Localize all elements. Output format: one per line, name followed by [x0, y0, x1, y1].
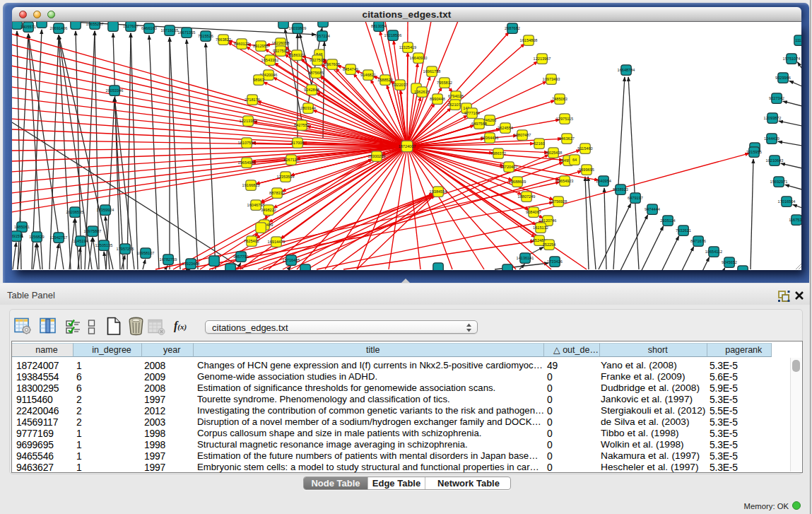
svg-text:8471676: 8471676	[690, 239, 706, 243]
svg-text:2718176: 2718176	[245, 98, 260, 102]
svg-text:12942757: 12942757	[50, 235, 68, 240]
svg-text:39159: 39159	[12, 234, 22, 238]
svg-text:10807487: 10807487	[514, 133, 531, 137]
svg-text:1112: 1112	[795, 38, 801, 42]
svg-text:9242848: 9242848	[304, 88, 319, 92]
svg-text:5322037: 5322037	[392, 83, 408, 87]
svg-text:1733426: 1733426	[547, 259, 563, 264]
svg-text:252254: 252254	[543, 243, 556, 247]
svg-text:16640910: 16640910	[410, 56, 428, 60]
svg-text:20206535: 20206535	[66, 210, 84, 214]
svg-text:1167533: 1167533	[789, 218, 801, 222]
svg-text:19218506: 19218506	[384, 33, 402, 37]
svg-text:16671355: 16671355	[178, 30, 196, 35]
svg-text:18724007: 18724007	[399, 144, 416, 148]
svg-text:2935114: 2935114	[660, 218, 675, 223]
svg-text:8427552: 8427552	[294, 123, 310, 127]
svg-text:9777169: 9777169	[464, 111, 480, 115]
svg-text:6497568: 6497568	[471, 122, 487, 126]
svg-text:1588520: 1588520	[377, 78, 393, 82]
svg-text:19166825: 19166825	[242, 183, 260, 187]
svg-text:10973493: 10973493	[543, 77, 560, 81]
svg-text:10688609: 10688609	[509, 180, 526, 184]
svg-text:16782759: 16782759	[160, 257, 177, 262]
svg-text:16046798: 16046798	[247, 203, 265, 207]
svg-text:1145194: 1145194	[73, 239, 88, 243]
svg-text:1485061: 1485061	[14, 225, 30, 229]
svg-text:15720407: 15720407	[500, 165, 518, 169]
svg-text:9463627: 9463627	[559, 136, 575, 141]
svg-text:9115460: 9115460	[577, 146, 592, 151]
svg-text:14136141: 14136141	[517, 256, 534, 260]
svg-text:9474444: 9474444	[645, 207, 660, 211]
svg-text:10719155: 10719155	[161, 28, 179, 33]
svg-text:8878332: 8878332	[269, 191, 285, 195]
svg-text:5875685: 5875685	[308, 71, 324, 75]
svg-text:7357224: 7357224	[314, 34, 330, 38]
svg-text:12213389: 12213389	[240, 119, 257, 123]
svg-text:19384554: 19384554	[430, 189, 447, 194]
svg-text:417006: 417006	[291, 141, 305, 145]
svg-text:17957255: 17957255	[117, 247, 134, 251]
svg-text:20053346: 20053346	[106, 88, 124, 93]
svg-text:9327500: 9327500	[273, 49, 288, 53]
svg-text:9329966: 9329966	[775, 76, 791, 80]
svg-text:9327508: 9327508	[310, 58, 325, 62]
svg-text:19654923: 19654923	[556, 179, 574, 183]
svg-text:10025438: 10025438	[545, 151, 563, 155]
svg-text:15716485: 15716485	[283, 258, 300, 262]
svg-text:8938923: 8938923	[613, 187, 628, 192]
svg-text:12353594: 12353594	[277, 175, 295, 179]
svg-text:16154808: 16154808	[520, 38, 538, 42]
svg-text:7955812: 7955812	[437, 81, 452, 85]
svg-text:16961758: 16961758	[423, 69, 441, 74]
svg-text:8990448: 8990448	[430, 97, 445, 101]
svg-text:8912955: 8912955	[253, 44, 269, 48]
svg-text:7485063: 7485063	[552, 97, 567, 101]
svg-text:6794028: 6794028	[448, 94, 464, 98]
svg-text:2687682: 2687682	[505, 26, 520, 30]
svg-text:8454749: 8454749	[343, 67, 358, 71]
svg-text:3624554: 3624554	[498, 126, 513, 130]
svg-text:17016504: 17016504	[778, 199, 796, 204]
svg-text:10654112: 10654112	[705, 250, 722, 254]
svg-text:1156829: 1156829	[29, 235, 44, 239]
svg-text:15751074: 15751074	[783, 57, 801, 61]
svg-text:12923448: 12923448	[182, 262, 200, 266]
svg-text:10756928: 10756928	[550, 199, 567, 204]
svg-text:20691406: 20691406	[50, 26, 68, 30]
svg-text:12213967: 12213967	[534, 57, 551, 61]
svg-text:16648784: 16648784	[618, 68, 635, 72]
svg-text:16120746: 16120746	[539, 218, 557, 223]
svg-text:8813054: 8813054	[371, 24, 387, 28]
svg-text:9146821: 9146821	[360, 73, 376, 77]
svg-text:6479197: 6479197	[628, 196, 643, 200]
svg-text:62160: 62160	[534, 141, 545, 146]
svg-text:64: 64	[572, 158, 577, 162]
svg-text:15226058: 15226058	[272, 41, 290, 45]
svg-text:9457791: 9457791	[233, 255, 249, 259]
svg-text:12505135: 12505135	[95, 243, 113, 247]
svg-text:8460123: 8460123	[234, 42, 249, 46]
svg-text:7515526: 7515526	[198, 34, 213, 38]
svg-text:1621072: 1621072	[447, 103, 463, 107]
svg-text:9699695: 9699695	[579, 168, 594, 172]
svg-text:8267110: 8267110	[283, 158, 298, 162]
svg-text:1362615: 1362615	[414, 90, 430, 94]
svg-text:9245652: 9245652	[722, 260, 737, 264]
svg-text:10210643: 10210643	[766, 158, 784, 163]
svg-text:9227342: 9227342	[769, 96, 784, 100]
svg-text:15692971: 15692971	[770, 180, 788, 184]
svg-text:2803144: 2803144	[300, 106, 316, 110]
svg-text:10655267: 10655267	[86, 22, 104, 26]
svg-text:1244419: 1244419	[764, 136, 779, 141]
svg-text:9084067: 9084067	[526, 210, 541, 214]
svg-text:1615132: 1615132	[533, 226, 548, 230]
svg-text:19654985: 19654985	[238, 160, 256, 165]
svg-text:12975115: 12975115	[556, 117, 573, 121]
svg-text:8186323: 8186323	[289, 53, 305, 57]
svg-text:11325419: 11325419	[399, 45, 416, 49]
svg-text:2967608: 2967608	[324, 62, 340, 66]
svg-text:7625402: 7625402	[244, 239, 259, 243]
svg-text:12093872: 12093872	[764, 116, 782, 120]
